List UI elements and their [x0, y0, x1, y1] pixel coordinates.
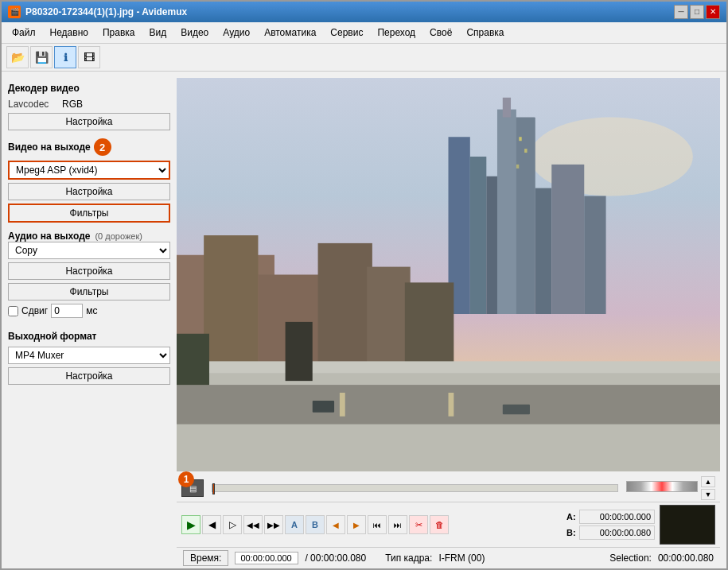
svg-rect-5 [513, 118, 535, 315]
lavcodec-row: Lavcodec RGB [8, 99, 170, 110]
lavcodec-value: RGB [62, 99, 83, 110]
audio-output-header: Аудио на выходе (0 дорожек) [8, 231, 170, 242]
left-panel: Декодер видео Lavcodec RGB Настройка Вид… [2, 72, 177, 568]
shift-unit: мс [86, 305, 97, 316]
video-content [177, 78, 720, 471]
mark-b-button[interactable]: B [306, 515, 325, 534]
toolbar: 📂 💾 ℹ 🎞 [2, 44, 726, 72]
svg-rect-20 [286, 322, 313, 381]
badge-2: 2 [94, 138, 111, 156]
svg-rect-3 [470, 157, 486, 314]
video-panel: ▤ 1 ▲ ▼ ▶ [177, 72, 726, 568]
svg-rect-25 [340, 393, 345, 417]
svg-rect-10 [584, 196, 605, 315]
svg-rect-6 [535, 188, 551, 314]
playback-controls: ▶ ◀ ▷ ◀◀ ▶▶ A B ◀ ▶ ⏮ ⏭ ✂ 🗑 [177, 502, 720, 547]
svg-rect-19 [177, 334, 209, 393]
menu-video[interactable]: Видео [173, 24, 216, 41]
status-bar: Время: 00:00:00.000 / 00:00:00.080 Тип к… [177, 547, 720, 568]
maximize-button[interactable]: □ [690, 5, 704, 19]
save-button[interactable]: 💾 [30, 46, 53, 68]
output-format-title: Выходной формат [8, 331, 170, 342]
mark-a-button[interactable]: A [285, 515, 304, 534]
scroll-up-button[interactable]: ▲ [701, 476, 715, 487]
shift-checkbox[interactable] [8, 306, 18, 316]
svg-rect-22 [524, 149, 527, 153]
menu-recent[interactable]: Недавно [43, 24, 95, 41]
step-forward-button[interactable]: ▷ [223, 515, 242, 534]
scroll-controls: ▲ ▼ [701, 476, 715, 500]
next-frame-button[interactable]: ▶ [347, 515, 366, 534]
video-decoder-title: Декодер видео [8, 83, 170, 94]
title-bar-controls: ─ □ ✕ [674, 5, 720, 19]
main-content: Декодер видео Lavcodec RGB Настройка Вид… [2, 72, 726, 568]
menu-custom[interactable]: Своё [422, 24, 459, 41]
selection-label: Selection: [609, 553, 652, 564]
scroll-down-button[interactable]: ▼ [701, 489, 715, 500]
video-codec-dropdown[interactable]: Mpeg4 ASP (xvid4) Copy H.264 MPEG-2 [8, 161, 170, 180]
audio-codec-dropdown[interactable]: Copy MP3 AAC AC3 [8, 242, 170, 259]
cut-button[interactable]: ✂ [409, 515, 428, 534]
info-button[interactable]: ℹ [54, 46, 76, 68]
menu-goto[interactable]: Переход [370, 24, 422, 41]
point-b-value: 00:00:00.080 [579, 525, 655, 540]
window-title: P80320-172344(1)(1).jpg - Avidemux [25, 6, 187, 17]
frame-type-value: I-FRM (00) [438, 553, 485, 564]
video-output-header: Видео на выходе 2 [8, 138, 170, 156]
svg-rect-28 [503, 405, 530, 414]
rewind-button[interactable]: ◀ [202, 515, 221, 534]
point-a-label: A: [566, 512, 579, 522]
menu-edit[interactable]: Правка [95, 24, 142, 41]
title-bar-left: 🎬 P80320-172344(1)(1).jpg - Avidemux [8, 6, 187, 18]
video-filters-button[interactable]: Фильтры [8, 204, 170, 223]
timeline-slider[interactable] [212, 484, 618, 492]
video-output-title: Видео на выходе [8, 142, 91, 153]
preview-thumbnail [660, 505, 715, 545]
title-bar: 🎬 P80320-172344(1)(1).jpg - Avidemux ─ □… [2, 2, 726, 22]
video-decoder-settings-button[interactable]: Настройка [8, 113, 170, 130]
menu-service[interactable]: Сервис [323, 24, 370, 41]
main-window: 🎬 P80320-172344(1)(1).jpg - Avidemux ─ □… [0, 0, 728, 570]
point-a-row: A: 00:00:00.000 [566, 510, 655, 524]
audio-filters-button[interactable]: Фильтры [8, 283, 170, 301]
svg-rect-26 [449, 393, 454, 417]
shift-row: Сдвиг мс [8, 304, 170, 318]
frame-type-label: Тип кадра: [385, 553, 432, 564]
open-file-button[interactable]: 📂 [6, 46, 29, 68]
svg-rect-21 [519, 137, 521, 141]
menu-view[interactable]: Вид [142, 24, 174, 41]
time-button[interactable]: Время: [183, 550, 228, 566]
current-time-display: 00:00:00.000 [235, 552, 298, 564]
go-to-start-button[interactable]: ⏮ [368, 515, 387, 534]
menu-bar: Файл Недавно Правка Вид Видео Аудио Авто… [2, 22, 726, 44]
delete-button[interactable]: 🗑 [430, 515, 449, 534]
time-displays: A: 00:00:00.000 B: 00:00:00.080 [566, 510, 655, 540]
prev-key-button[interactable]: ◀◀ [243, 515, 263, 534]
next-key-button[interactable]: ▶▶ [264, 515, 283, 534]
color-gradient [626, 481, 698, 492]
play-button[interactable]: ▶ [181, 515, 200, 534]
minimize-button[interactable]: ─ [674, 5, 688, 19]
menu-help[interactable]: Справка [459, 24, 511, 41]
close-button[interactable]: ✕ [706, 5, 720, 19]
audio-tracks-info: (0 дорожек) [95, 231, 142, 241]
output-format-dropdown[interactable]: MP4 Muxer AVI Muxer MKV Muxer [8, 347, 170, 364]
point-b-label: B: [566, 528, 579, 537]
badge-1: 1 [178, 471, 194, 487]
svg-rect-23 [516, 165, 519, 169]
audio-output-title: Аудио на выходе [8, 231, 90, 242]
menu-file[interactable]: Файл [5, 24, 43, 41]
shift-label: Сдвиг [21, 305, 48, 316]
shift-value[interactable] [51, 304, 83, 318]
go-to-end-button[interactable]: ⏭ [388, 515, 407, 534]
video-output-settings-button[interactable]: Настройка [8, 183, 170, 200]
point-b-row: B: 00:00:00.080 [566, 525, 655, 540]
app-icon: 🎬 [8, 6, 21, 18]
svg-rect-7 [497, 110, 516, 314]
menu-audio[interactable]: Аудио [216, 24, 257, 41]
menu-auto[interactable]: Автоматика [257, 24, 323, 41]
prev-frame-button[interactable]: ◀ [326, 515, 345, 534]
audio-settings-button[interactable]: Настройка [8, 262, 170, 280]
output-format-settings-button[interactable]: Настройка [8, 367, 170, 385]
film-button[interactable]: 🎞 [78, 46, 100, 68]
